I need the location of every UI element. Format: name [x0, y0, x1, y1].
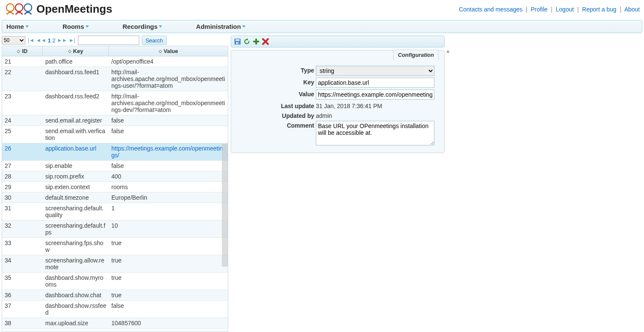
key-input[interactable] [316, 78, 434, 88]
link-about[interactable]: About [624, 6, 640, 13]
add-icon[interactable] [252, 38, 260, 45]
cell-id: 36 [2, 290, 43, 300]
cell-id: 31 [2, 203, 43, 220]
table-row[interactable]: 23dashboard.rss.feed2http://mail-archive… [2, 91, 228, 115]
cell-id: 39 [2, 329, 43, 331]
cell-key: number.minutes.reminder.send [43, 329, 109, 331]
header: OpenMeetings Contacts and messages | Pro… [0, 0, 644, 18]
cell-key: dashboard.show.myrooms [43, 273, 109, 290]
table-row[interactable]: 38max.upload.size104857600 [2, 318, 228, 329]
refresh-icon[interactable] [243, 38, 251, 45]
cell-key: sip.room.prefix [43, 171, 109, 181]
table-row[interactable]: 22dashboard.rss.feed1http://mail-archive… [2, 67, 228, 91]
label-key: Key [235, 78, 316, 86]
chevron-down-icon [159, 25, 162, 28]
pager-next-icon[interactable]: ►► [57, 37, 67, 43]
link-profile[interactable]: Profile [531, 6, 547, 13]
cell-key: max.upload.size [43, 318, 109, 328]
pager-prev-icon[interactable]: ◄◄ [36, 37, 46, 43]
table-row[interactable]: 30default.timezoneEurope/Berlin [2, 193, 228, 203]
menu-rooms[interactable]: Rooms [63, 23, 89, 30]
label-type: Type [235, 66, 316, 74]
cell-id: 24 [2, 115, 43, 126]
table-row[interactable]: 24send.email.at.registerfalse [2, 115, 228, 126]
svg-rect-8 [253, 41, 259, 42]
cell-id: 34 [2, 255, 43, 272]
label-value: Value [235, 89, 316, 98]
link-logout[interactable]: Logout [556, 6, 574, 13]
logo-icon [4, 2, 34, 17]
label-last-update: Last update [235, 101, 316, 109]
cell-key: path.office [43, 56, 109, 67]
cell-value: Europe/Berlin [109, 193, 228, 203]
cell-value: false [109, 301, 228, 318]
table-row[interactable]: 27sip.enablefalse [2, 161, 228, 171]
svg-rect-4 [235, 39, 240, 41]
search-button[interactable]: Search [142, 36, 167, 45]
table-row[interactable]: 39number.minutes.reminder.send15 [2, 329, 228, 331]
cell-value: true [109, 238, 228, 255]
table-row[interactable]: 34screensharing.allow.remotetrue [2, 255, 228, 273]
table-row[interactable]: 29sip.exten.contextrooms [2, 182, 228, 193]
cell-id: 26 [2, 143, 43, 160]
pager-first-icon[interactable]: |◄ [28, 37, 34, 43]
table-row[interactable]: 31screensharing.default.quality1 [2, 203, 228, 220]
th-value[interactable]: ◇ Value [109, 46, 228, 56]
cell-id: 37 [2, 301, 43, 318]
cell-id: 35 [2, 273, 43, 290]
cell-id: 25 [2, 126, 43, 143]
cell-key: dashboard.show.rssfeed [43, 301, 109, 318]
cell-value: http://mail-archives.apache.org/mod_mbox… [109, 91, 228, 115]
table-row[interactable]: 37dashboard.show.rssfeedfalse [2, 301, 228, 318]
last-update-value: 31 Jan, 2018 7:36:41 PM [316, 101, 440, 109]
cell-key: dashboard.rss.feed1 [43, 67, 109, 91]
table-body[interactable]: 21path.office/opt/openoffice422dashboard… [2, 56, 228, 331]
table-row[interactable]: 36dashboard.show.chattrue [2, 290, 228, 301]
svg-point-0 [6, 4, 14, 11]
cell-key: send.email.at.register [43, 115, 109, 126]
pager-page[interactable]: 2 [53, 37, 55, 44]
menu-home[interactable]: Home [6, 23, 29, 30]
cell-value: true [109, 255, 228, 272]
config-detail-pane: Configuration Type string Key [231, 36, 445, 332]
svg-point-1 [15, 4, 23, 11]
detail-scrollbar[interactable] [445, 50, 450, 153]
table-row[interactable]: 32screensharing.default.fps10 [2, 220, 228, 238]
cell-value: 15 [109, 329, 228, 331]
cell-id: 21 [2, 56, 43, 67]
detail-panel: Type string Key Value [231, 50, 445, 153]
cell-key: screensharing.default.fps [43, 220, 109, 237]
search-input[interactable] [78, 36, 139, 45]
save-icon[interactable] [234, 38, 241, 45]
table-row[interactable]: 33screensharing.fps.showtrue [2, 238, 228, 255]
pager-last-icon[interactable]: ►| [69, 37, 75, 43]
table-row[interactable]: 26application.base.urlhttps://meetings.e… [2, 143, 228, 161]
detail-tab[interactable]: Configuration [393, 50, 439, 60]
table-row[interactable]: 21path.office/opt/openoffice4 [2, 56, 228, 67]
cell-id: 33 [2, 238, 43, 255]
cell-value: /opt/openoffice4 [109, 56, 228, 67]
label-updated-by: Updated by [235, 111, 316, 119]
pager-page[interactable]: 1 [48, 37, 51, 44]
cell-value: http://mail-archives.apache.org/mod_mbox… [109, 67, 228, 91]
table-row[interactable]: 25send.email.with.verficationfalse [2, 126, 228, 143]
cell-key: dashboard.show.chat [43, 290, 109, 300]
menu-recordings[interactable]: Recordings [123, 23, 163, 30]
cell-id: 28 [2, 171, 43, 181]
table-row[interactable]: 28sip.room.prefix400 [2, 171, 228, 182]
type-select[interactable]: string [316, 66, 434, 76]
th-id[interactable]: ◇ ID [2, 46, 43, 56]
cell-value: 104857600 [109, 318, 228, 328]
value-input[interactable] [316, 89, 434, 100]
table-row[interactable]: 35dashboard.show.myroomstrue [2, 273, 228, 290]
cell-value: 10 [109, 220, 228, 237]
delete-icon[interactable] [262, 38, 269, 45]
link-contacts[interactable]: Contacts and messages [459, 6, 522, 13]
cell-value: false [109, 115, 228, 126]
page-size-select[interactable]: 50 [2, 36, 25, 45]
th-key[interactable]: ◇ Key [43, 46, 109, 56]
menu-administration[interactable]: Administration [196, 23, 246, 30]
link-report-bug[interactable]: Report a bug [582, 6, 616, 13]
comment-textarea[interactable] [316, 121, 434, 145]
brand: OpenMeetings [4, 2, 112, 17]
